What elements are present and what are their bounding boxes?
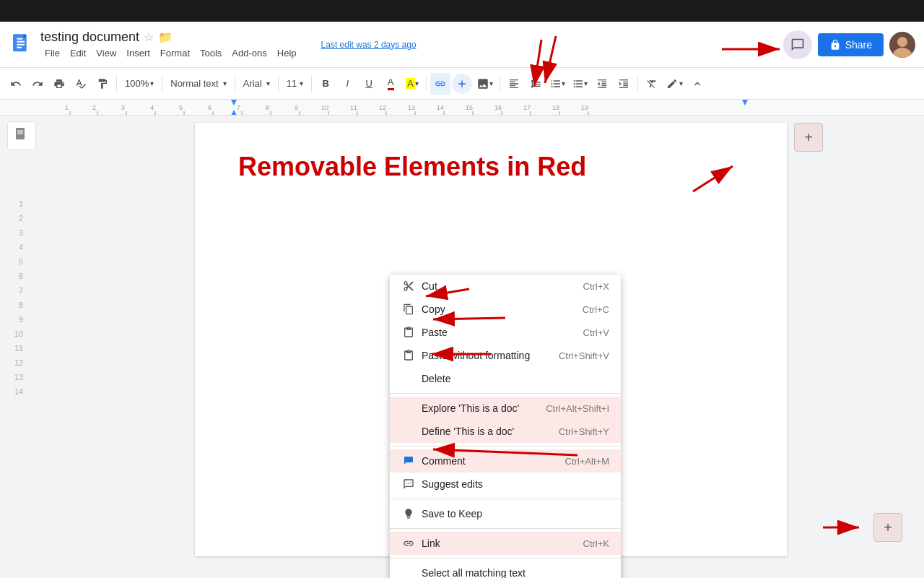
ctx-copy[interactable]: Copy Ctrl+C <box>390 298 621 321</box>
comment-shortcut: Ctrl+Alt+M <box>565 456 609 467</box>
svg-text:1: 1 <box>65 104 69 111</box>
menu-help[interactable]: Help <box>273 46 301 60</box>
keep-icon <box>401 508 416 519</box>
insert-plus-button[interactable] <box>452 74 472 94</box>
numbered-list-button[interactable]: ▾ <box>547 73 568 95</box>
spellcheck-button[interactable] <box>71 73 91 95</box>
ctx-comment[interactable]: Comment Ctrl+Alt+M <box>390 449 621 473</box>
cut-shortcut: Ctrl+X <box>583 281 609 292</box>
suggest-icon <box>401 478 416 490</box>
divider8 <box>637 76 638 92</box>
text-color-button[interactable]: A <box>380 73 401 95</box>
ctx-select-all[interactable]: Select all matching text <box>390 561 621 578</box>
svg-rect-9 <box>43 100 924 116</box>
main-area: 1 2 3 4 5 6 7 8 9 10 11 12 13 14 Removab… <box>0 116 924 578</box>
doc-title[interactable]: testing document <box>40 30 139 45</box>
left-sidebar: 1 2 3 4 5 6 7 8 9 10 11 12 13 14 <box>0 116 43 578</box>
svg-text:17: 17 <box>523 104 531 111</box>
editing-mode-button[interactable]: ▾ <box>663 73 686 95</box>
undo-button[interactable] <box>6 73 26 95</box>
divider5 <box>311 76 312 92</box>
ctx-suggest[interactable]: Suggest edits <box>390 473 621 496</box>
menu-file[interactable]: File <box>40 46 64 60</box>
svg-text:19: 19 <box>581 104 588 111</box>
svg-text:10: 10 <box>321 104 328 111</box>
divider7 <box>500 76 500 92</box>
folder-icon[interactable]: 📁 <box>158 30 173 44</box>
paint-format-button[interactable] <box>92 73 113 95</box>
paste-label: Paste <box>422 327 448 338</box>
line-spacing-button[interactable] <box>526 73 546 95</box>
define-shortcut: Ctrl+Shift+Y <box>559 426 609 437</box>
menu-addons[interactable]: Add-ons <box>227 46 271 60</box>
link-ctx-icon <box>401 538 416 549</box>
menu-tools[interactable]: Tools <box>196 46 226 60</box>
align-left-button[interactable] <box>504 73 524 95</box>
doc-area: Removable Elements in Red Cut Ctrl+X <box>43 116 924 578</box>
svg-text:16: 16 <box>494 104 502 111</box>
image-placeholder-button[interactable]: ▾ <box>474 73 496 95</box>
svg-rect-3 <box>17 43 25 45</box>
scissors-icon <box>401 280 416 292</box>
decrease-indent-button[interactable] <box>592 73 612 95</box>
svg-text:15: 15 <box>466 104 473 111</box>
ctx-cut[interactable]: Cut Ctrl+X <box>390 275 621 298</box>
underline-button[interactable]: U <box>359 73 379 95</box>
menu-format[interactable]: Format <box>156 46 194 60</box>
redo-button[interactable] <box>27 73 48 95</box>
print-button[interactable] <box>49 73 69 95</box>
paste-plain-icon <box>401 350 416 361</box>
menu-edit[interactable]: Edit <box>66 46 90 60</box>
ctx-explore[interactable]: Explore 'This is a doc' Ctrl+Alt+Shift+I <box>390 397 621 420</box>
divider-2 <box>390 446 621 447</box>
plus-button-top[interactable]: + <box>794 123 823 152</box>
zoom-selector[interactable]: 100% ▾ <box>121 77 158 90</box>
svg-rect-4 <box>17 46 22 48</box>
comment-icon <box>401 455 416 467</box>
menu-bar: File Edit View Insert Format Tools Add-o… <box>40 46 301 60</box>
paste-icon <box>401 327 416 338</box>
share-button[interactable]: Share <box>818 33 884 56</box>
bold-button[interactable]: B <box>315 73 336 95</box>
increase-indent-button[interactable] <box>614 73 634 95</box>
svg-text:9: 9 <box>295 104 298 111</box>
style-selector[interactable]: Normal text ▾ <box>166 77 230 90</box>
italic-button[interactable]: I <box>337 73 357 95</box>
divider-1 <box>390 393 621 394</box>
collapse-toolbar-button[interactable] <box>687 73 707 95</box>
page-thumbnail[interactable] <box>7 121 36 150</box>
doc-heading: Removable Elements in Red <box>238 152 744 182</box>
bullet-list-button[interactable]: ▾ <box>570 73 590 95</box>
user-avatar[interactable] <box>889 32 915 58</box>
clear-format-toolbar-button[interactable] <box>642 73 662 95</box>
select-all-label: Select all matching text <box>422 567 526 578</box>
font-size-selector[interactable]: 11 ▾ <box>282 77 308 90</box>
toolbar: 100% ▾ Normal text ▾ Arial ▾ 11 ▾ B I U … <box>0 68 924 100</box>
ctx-paste[interactable]: Paste Ctrl+V <box>390 321 621 344</box>
last-edit-label[interactable]: Last edit was 2 days ago <box>321 40 417 50</box>
font-selector[interactable]: Arial ▾ <box>239 77 274 90</box>
plus-button-bottom[interactable]: + <box>873 513 902 542</box>
svg-text:11: 11 <box>350 104 357 111</box>
paste-no-format-shortcut: Ctrl+Shift+V <box>559 350 609 361</box>
ctx-define[interactable]: Define 'This is a doc' Ctrl+Shift+Y <box>390 420 621 443</box>
divider6 <box>426 76 427 92</box>
ctx-link[interactable]: Link Ctrl+K <box>390 532 621 555</box>
context-menu: Cut Ctrl+X Copy Ctrl+C <box>390 275 621 578</box>
comments-button[interactable] <box>783 30 812 59</box>
ctx-paste-no-format[interactable]: Paste without formatting Ctrl+Shift+V <box>390 344 621 367</box>
link-button[interactable] <box>430 73 450 95</box>
paste-shortcut: Ctrl+V <box>583 327 609 338</box>
svg-text:8: 8 <box>266 104 269 111</box>
ctx-keep[interactable]: Save to Keep <box>390 502 621 525</box>
keep-label: Save to Keep <box>422 508 482 519</box>
menu-insert[interactable]: Insert <box>122 46 154 60</box>
copy-icon <box>401 303 416 315</box>
star-icon[interactable]: ☆ <box>144 30 154 44</box>
highlight-button[interactable]: A ▾ <box>402 73 422 95</box>
menu-view[interactable]: View <box>92 46 121 60</box>
ruler-content: 1 2 3 4 5 6 7 8 9 10 11 12 13 14 15 16 1… <box>43 100 924 115</box>
divider2 <box>162 76 162 92</box>
ctx-delete[interactable]: Delete <box>390 367 621 390</box>
divider-3 <box>390 499 621 499</box>
